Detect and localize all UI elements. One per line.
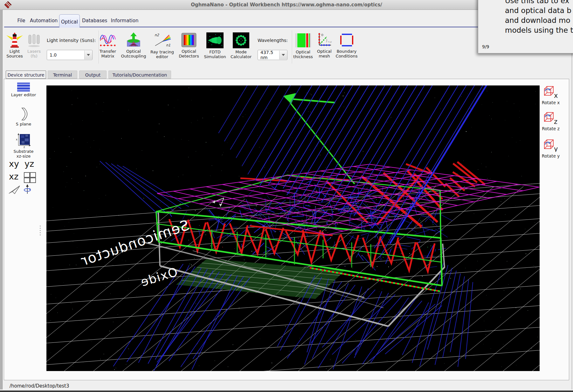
light-sources-button[interactable]: Light Sources — [4, 32, 25, 58]
rotate-x-label: Rotate x — [541, 100, 560, 105]
rotate-z-label: Rotate z — [541, 126, 560, 131]
panel-splitter[interactable] — [40, 226, 41, 237]
svg-text:x: x — [16, 138, 17, 141]
menu-automation[interactable]: Automation — [30, 17, 56, 25]
help-tooltip: Use this tab to ex and optical data b an… — [478, 0, 573, 53]
transfer-matrix-label: Transfer Matrix — [96, 49, 120, 58]
optical-thickness-label: Optical thickness — [290, 50, 316, 59]
thickness-layers-icon — [295, 32, 311, 48]
substrate-xz-size-button[interactable]: x z Substrate xz-size — [11, 133, 36, 159]
tab-device-structure[interactable]: Device structure — [6, 71, 46, 79]
rotate-x-button[interactable]: x Rotate x — [541, 85, 560, 105]
rotate-axis-icon — [23, 184, 32, 194]
wavelength-combo[interactable]: 437.5 nm — [258, 50, 287, 60]
boundary-conditions-label: Boundary Conditions — [332, 49, 362, 58]
rotate-y-label: Rotate y — [541, 154, 560, 159]
wavelength-value: 437.5 nm — [258, 50, 279, 60]
view-plane-row: xy yz — [9, 159, 34, 169]
light-intensity-value: 1.0 — [47, 52, 84, 57]
ray-tracing-editor-label: Ray tracing editor — [149, 50, 176, 59]
tab-output[interactable]: Output — [79, 71, 107, 79]
s-plane-label: S plane — [14, 122, 33, 126]
tooltip-line: and optical data b — [505, 6, 573, 16]
chevron-down-icon — [279, 51, 287, 59]
3d-viewport[interactable]: Semiconductor Oxide — [46, 85, 540, 371]
rotate-scene-button[interactable] — [23, 184, 32, 196]
grid-view-button[interactable] — [24, 172, 36, 184]
axis-letter: y — [554, 145, 558, 152]
fly-scene-button[interactable] — [8, 185, 20, 196]
layer-editor-button[interactable]: Layer editor — [11, 83, 36, 97]
rotate-cube-icon: x — [542, 85, 559, 98]
sine-waves-icon — [100, 32, 116, 48]
axis-letter: x — [554, 92, 558, 98]
mode-calculator-button[interactable]: Mode Calculator — [228, 32, 254, 59]
layers-icon — [17, 83, 31, 91]
view-xz-button[interactable]: xz — [9, 172, 18, 181]
optical-detectors-button[interactable]: Optical Detectors — [176, 32, 202, 58]
s-plane-button[interactable]: S plane — [14, 107, 33, 126]
3d-scene[interactable]: Semiconductor Oxide — [46, 85, 540, 371]
light-intensity-label: Light intensity (Suns): — [47, 38, 96, 43]
view-yz-button[interactable]: yz — [24, 159, 34, 169]
outcoupling-icon — [126, 32, 141, 48]
fdtd-field-icon — [206, 32, 224, 48]
window-right-edge — [571, 10, 573, 389]
optical-outcoupling-label: Optical Outcoupling — [119, 49, 148, 58]
mode-ring-icon — [233, 32, 249, 48]
rotate-z-button[interactable]: z Rotate z — [541, 111, 560, 131]
window-bottom-edge — [0, 390, 573, 392]
detector-chip-icon — [181, 32, 197, 48]
lasers-fs-button[interactable]: Lasers (fs) — [24, 32, 44, 58]
j-sub-label: n,p — [328, 41, 332, 43]
menu-databases[interactable]: Databases — [82, 17, 106, 25]
chevron-down-icon — [84, 51, 92, 59]
tooltip-line: and download mo — [505, 16, 573, 25]
lasers-fs-label: Lasers (fs) — [24, 49, 44, 58]
rotate-y-button[interactable]: y Rotate y — [541, 139, 560, 159]
view-xy-button[interactable]: xy — [9, 159, 19, 169]
wavelengths-label: Wavelengths: — [258, 38, 288, 43]
optical-thickness-button[interactable]: Optical thickness — [290, 32, 316, 59]
rotate-cube-icon: z — [542, 111, 559, 125]
n1-label: n1 — [166, 43, 170, 47]
svg-text:z: z — [24, 146, 25, 148]
j-label: J — [326, 38, 327, 43]
substrate-icon: x z — [16, 133, 31, 148]
tooltip-line: Use this tab to ex — [505, 0, 573, 6]
substrate-xz-size-label: Substrate xz-size — [11, 149, 36, 159]
paper-plane-icon — [8, 185, 20, 194]
tooltip-page-indicator: 9/9 — [482, 44, 489, 49]
optical-detectors-label: Optical Detectors — [176, 49, 202, 58]
laser-pins-icon — [27, 32, 41, 48]
view-xz-row: xz — [9, 172, 36, 184]
boundary-conditions-button[interactable]: Boundary Conditions — [332, 32, 362, 58]
light-intensity-combo[interactable]: 1.0 — [47, 50, 93, 60]
window-left-edge — [0, 10, 3, 389]
fdtd-simulation-button[interactable]: FDTD Simulation — [202, 32, 228, 59]
lighthouse-icon — [6, 32, 23, 48]
rotate-cube-icon: y — [542, 139, 559, 152]
scene-label-oxide: Oxide — [139, 265, 179, 289]
axis-letter: z — [554, 118, 557, 125]
s-plane-icon — [18, 107, 29, 121]
menu-optical[interactable]: Optical — [59, 14, 80, 28]
refraction-icon: n2 n1 — [153, 32, 171, 48]
grid-2x2-icon — [24, 172, 36, 183]
status-path: /home/rod/Desktop/test3 — [10, 383, 69, 389]
transfer-matrix-button[interactable]: Transfer Matrix — [96, 32, 120, 58]
tooltip-line: models using the t — [505, 25, 573, 35]
menu-file[interactable]: File — [15, 17, 28, 25]
light-sources-label: Light Sources — [4, 49, 25, 58]
layer-editor-label: Layer editor — [11, 92, 36, 97]
tab-tutorials-documentation[interactable]: Tutorials/Documentation — [108, 71, 171, 79]
tab-terminal[interactable]: Terminal — [48, 71, 77, 79]
mesh-axes-icon: Φ J n,p — [316, 32, 332, 48]
fdtd-simulation-label: FDTD Simulation — [202, 50, 228, 59]
ray-tracing-editor-button[interactable]: n2 n1 Ray tracing editor — [149, 32, 176, 59]
mode-calculator-label: Mode Calculator — [228, 50, 254, 59]
boundary-box-icon — [339, 32, 354, 48]
n2-label: n2 — [155, 33, 159, 37]
menu-information[interactable]: Information — [110, 17, 139, 25]
optical-outcoupling-button[interactable]: Optical Outcoupling — [119, 32, 148, 58]
